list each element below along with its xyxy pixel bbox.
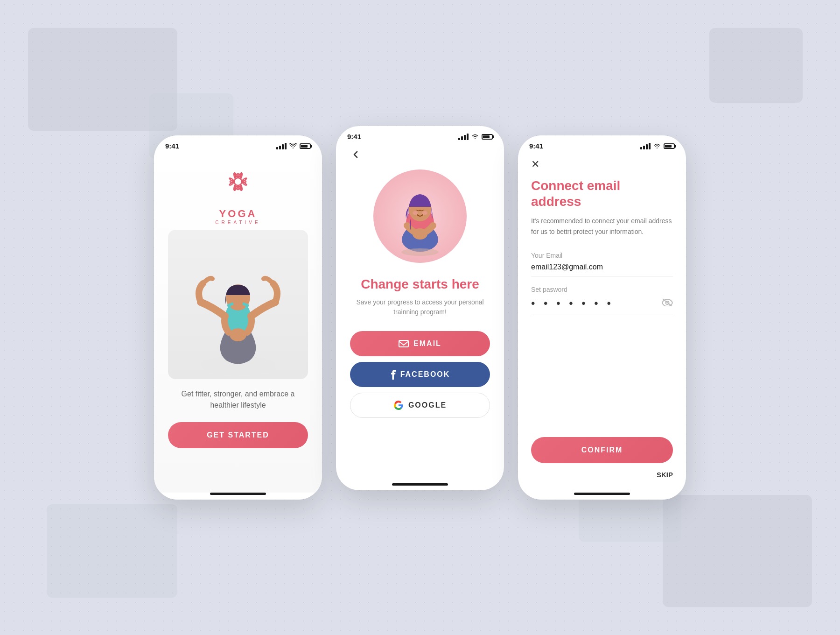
battery-icon-2 [482, 134, 493, 140]
phone-2-content: Change starts here Save your progress to… [336, 144, 504, 483]
wifi-icon-3 [653, 142, 661, 150]
brand-sub: CREATIVE [215, 220, 260, 225]
meditate-figure [383, 176, 457, 256]
screen3-title: Connect email address [531, 178, 673, 209]
status-bar-1: 9:41 [154, 135, 322, 154]
signal-icon-3 [640, 143, 651, 149]
google-btn-label: GOOGLE [408, 401, 447, 409]
phone-3-email: 9:41 ✕ Conn [518, 135, 686, 500]
password-label: Set pasword [531, 286, 673, 293]
phones-container: 9:41 [154, 135, 686, 500]
status-icons-2 [458, 133, 493, 141]
status-bar-3: 9:41 [518, 135, 686, 154]
signal-icon-1 [276, 143, 287, 149]
status-time-2: 9:41 [347, 133, 361, 141]
svg-point-7 [413, 228, 427, 240]
home-indicator-2 [392, 483, 448, 486]
svg-point-6 [401, 248, 439, 256]
logo-icon [215, 158, 261, 205]
confirm-button[interactable]: CONFIRM [531, 437, 673, 463]
get-started-button[interactable]: GET STARTED [168, 422, 308, 448]
email-signin-button[interactable]: EMAIL [350, 331, 490, 356]
yoga-logo: YOGA CREATIVE [215, 158, 261, 225]
svg-point-9 [413, 211, 418, 215]
screen2-title: Change starts here [361, 277, 479, 292]
svg-point-0 [234, 178, 242, 185]
phone-3-content: ✕ Connect email address It's recommended… [518, 154, 686, 493]
phone-2-signup: 9:41 [336, 126, 504, 490]
email-form-group: Your Email email123@gmail.com [531, 252, 673, 276]
signal-icon-2 [458, 134, 469, 140]
wifi-icon-2 [471, 133, 479, 141]
home-indicator-3 [574, 493, 630, 495]
close-button[interactable]: ✕ [531, 158, 545, 170]
tagline: Get fitter, stronger, and embrace a heal… [168, 388, 308, 411]
status-time-1: 9:41 [165, 142, 179, 150]
yoga-image [168, 230, 308, 379]
status-bar-2: 9:41 [336, 126, 504, 144]
facebook-icon [390, 369, 396, 380]
eye-icon[interactable] [662, 298, 673, 309]
screen2-description: Save your progress to access your person… [350, 297, 490, 317]
circle-bg [373, 169, 467, 263]
password-field: • • • • • • • [531, 297, 673, 315]
battery-icon-1 [300, 143, 311, 149]
skip-button[interactable]: SKIP [531, 471, 673, 479]
brand-name: YOGA [219, 208, 257, 220]
svg-point-10 [422, 211, 427, 215]
svg-rect-11 [399, 340, 408, 347]
email-btn-label: EMAIL [413, 339, 441, 348]
home-indicator-1 [210, 493, 266, 495]
phone-1-content: YOGA CREATIVE [154, 154, 322, 493]
email-label: Your Email [531, 252, 673, 259]
google-icon [393, 400, 404, 410]
illustration-container [369, 165, 471, 268]
facebook-signin-button[interactable]: FACEBOOK [350, 362, 490, 387]
password-form-group: Set pasword • • • • • • • [531, 286, 673, 315]
yoga-figure-svg [187, 234, 289, 374]
wifi-icon-1 [289, 142, 297, 150]
battery-icon-3 [664, 143, 675, 149]
email-value[interactable]: email123@gmail.com [531, 263, 673, 276]
facebook-btn-label: FACEBOOK [400, 370, 450, 379]
google-signin-button[interactable]: GOOGLE [350, 393, 490, 418]
phone-1-welcome: 9:41 [154, 135, 322, 500]
status-time-3: 9:41 [529, 142, 543, 150]
envelope-icon [399, 340, 409, 347]
svg-point-3 [230, 328, 246, 341]
status-icons-1 [276, 142, 311, 150]
back-button[interactable] [350, 149, 490, 160]
screen3-description: It's recommended to connect your email a… [531, 216, 673, 237]
password-dots: • • • • • • • [531, 297, 614, 310]
status-icons-3 [640, 142, 675, 150]
